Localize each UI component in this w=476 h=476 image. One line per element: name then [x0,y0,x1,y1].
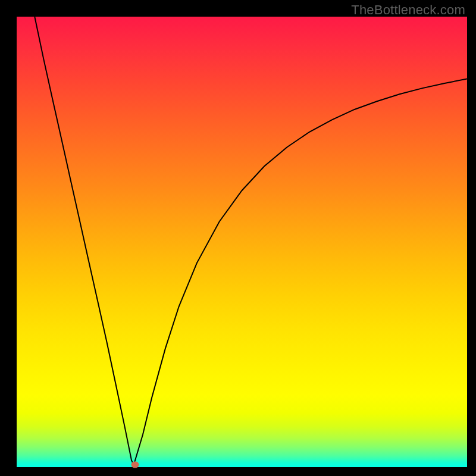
chart-curve [17,17,467,467]
curve-left-branch [35,17,134,465]
watermark-text: TheBottleneck.com [351,2,465,18]
annotation-dot [131,462,139,468]
curve-right-branch [134,79,467,465]
chart-plot-area [17,17,467,467]
